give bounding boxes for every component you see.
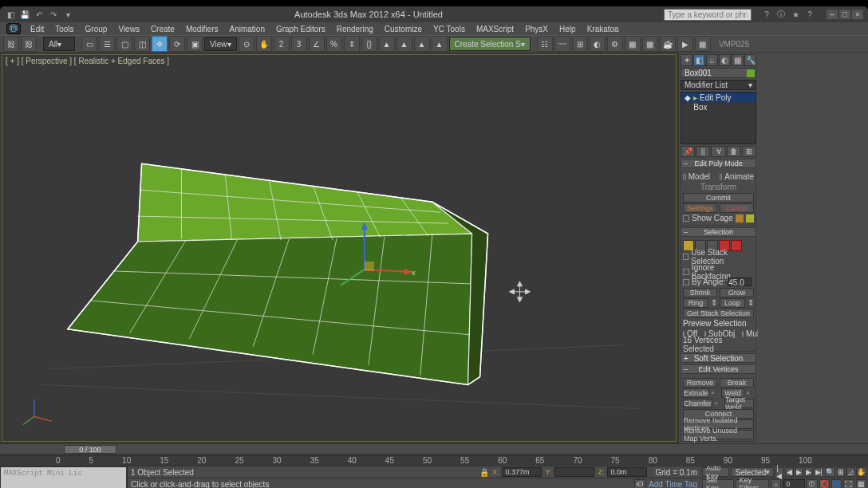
set-key-button[interactable]: Set Key bbox=[702, 479, 734, 488]
nav-pan-icon[interactable]: ✋ bbox=[856, 467, 866, 477]
menu-krakatoa[interactable]: Krakatoa bbox=[582, 25, 624, 33]
rollout-soft-selection[interactable]: +Soft Selection bbox=[681, 353, 756, 363]
target-weld-button[interactable]: Target Weld bbox=[724, 399, 754, 408]
render-last-icon[interactable]: ▶ bbox=[677, 36, 693, 52]
undo-icon[interactable]: ↶ bbox=[34, 9, 45, 20]
remove-mod-icon[interactable]: 🗑 bbox=[727, 146, 741, 157]
settings-button[interactable]: Settings bbox=[683, 203, 717, 213]
menu-maxscript[interactable]: MAXScript bbox=[471, 25, 519, 33]
show-end-icon[interactable]: || bbox=[696, 146, 710, 157]
help2-icon[interactable]: ? bbox=[804, 9, 815, 20]
break-button[interactable]: Break bbox=[720, 378, 754, 388]
check-use-stack[interactable] bbox=[683, 254, 688, 260]
maximize-button[interactable]: □ bbox=[839, 10, 850, 19]
rollout-edit-vertices[interactable]: Edit Vertices bbox=[681, 364, 756, 374]
menu-help[interactable]: Help bbox=[554, 25, 581, 33]
time-ruler[interactable]: 0510152025303540455055606570758085909510… bbox=[0, 455, 868, 466]
maxscript-listener[interactable]: MAXScript Mini Lis bbox=[0, 466, 127, 488]
grow-button[interactable]: Grow bbox=[720, 288, 754, 297]
rollout-selection[interactable]: Selection bbox=[681, 227, 756, 237]
nav-fov-icon[interactable]: ◿ bbox=[846, 467, 854, 477]
menu-yctools[interactable]: YC Tools bbox=[428, 25, 470, 33]
spinner-snap-icon[interactable]: ⇕ bbox=[344, 36, 360, 52]
menu-tools[interactable]: Tools bbox=[50, 25, 78, 33]
move-tool-icon[interactable]: ✥ bbox=[152, 36, 168, 52]
angle-snap-icon[interactable]: ∠ bbox=[309, 36, 325, 52]
menu-animation[interactable]: Animation bbox=[224, 25, 269, 33]
named-sel-icon[interactable]: {} bbox=[361, 36, 377, 52]
help-icon[interactable]: ? bbox=[761, 9, 772, 20]
render-icon[interactable]: ☕ bbox=[660, 36, 676, 52]
current-frame-input[interactable] bbox=[783, 479, 805, 488]
modifier-list-dropdown[interactable]: Modifier List▾ bbox=[681, 80, 756, 90]
make-unique-icon[interactable]: ∀ bbox=[711, 146, 725, 157]
rollout-edit-poly-mode[interactable]: Edit Poly Mode bbox=[681, 159, 756, 168]
snap-3d-icon[interactable]: 3 bbox=[291, 36, 307, 52]
mirror-icon[interactable]: ▲ bbox=[379, 36, 395, 52]
loop-button[interactable]: Loop bbox=[720, 298, 745, 308]
object-color-swatch[interactable] bbox=[747, 69, 755, 77]
window-crossing-icon[interactable]: ◫ bbox=[134, 36, 150, 52]
commit-button[interactable]: Commit bbox=[683, 193, 754, 203]
align-icon[interactable]: ▲ bbox=[397, 36, 412, 52]
time-config-icon[interactable]: ⏱ bbox=[807, 479, 817, 488]
radio-animate[interactable] bbox=[720, 174, 723, 180]
tool-icon[interactable]: ▦ bbox=[695, 36, 711, 52]
rect-select-icon[interactable]: ▢ bbox=[116, 36, 132, 52]
add-time-tag[interactable]: Add Time Tag bbox=[649, 480, 697, 489]
close-button[interactable]: × bbox=[852, 10, 863, 19]
radio-model[interactable] bbox=[683, 174, 686, 180]
ref-coord-dropdown[interactable]: View ▾ bbox=[204, 37, 237, 51]
coord-y-input[interactable] bbox=[554, 467, 594, 477]
lock-icon[interactable]: 🔒 bbox=[479, 468, 489, 477]
key-filters-button[interactable]: Key Filters... bbox=[736, 479, 769, 488]
radio-subobj[interactable] bbox=[704, 331, 706, 337]
hierarchy-tab-icon[interactable]: ⌂ bbox=[706, 54, 718, 66]
menu-edit[interactable]: Edit bbox=[26, 25, 49, 33]
render-frame-icon[interactable]: ▦ bbox=[625, 36, 641, 52]
pivot-icon[interactable]: ⊙ bbox=[239, 36, 254, 52]
info-icon[interactable]: ⓘ bbox=[775, 9, 787, 20]
rotate-tool-icon[interactable]: ⟳ bbox=[169, 36, 185, 52]
check-by-angle[interactable] bbox=[683, 279, 689, 285]
goto-end-icon[interactable]: ▶| bbox=[815, 467, 823, 477]
goto-start-icon[interactable]: |◀ bbox=[775, 467, 783, 477]
display-tab-icon[interactable]: ▦ bbox=[732, 54, 744, 66]
stack-edit-poly[interactable]: ◆ ▸ Edit Poly bbox=[681, 92, 756, 102]
nav-extra-icon[interactable]: ▦ bbox=[856, 479, 866, 488]
coord-z-input[interactable] bbox=[607, 467, 647, 477]
nav-walk-icon[interactable]: 👣 bbox=[831, 479, 842, 488]
nav-zoomall-icon[interactable]: ⊞ bbox=[837, 467, 845, 477]
configure-icon[interactable]: ⊞ bbox=[742, 146, 756, 157]
menu-grapheditors[interactable]: Graph Editors bbox=[271, 25, 330, 33]
select-name-icon[interactable]: ☰ bbox=[99, 36, 115, 52]
time-tag-icon[interactable]: 🏷 bbox=[634, 479, 645, 488]
nav-orbit-icon[interactable]: ⭕ bbox=[819, 479, 830, 488]
max-app-icon[interactable]: ⓜ bbox=[6, 23, 21, 34]
select-icon[interactable]: ▭ bbox=[81, 36, 97, 52]
menu-physx[interactable]: PhysX bbox=[520, 25, 553, 33]
create-tab-icon[interactable]: ✦ bbox=[681, 54, 692, 66]
minimize-button[interactable]: ‒ bbox=[827, 10, 838, 19]
chamfer-button[interactable]: Chamfer bbox=[683, 399, 712, 408]
snap-2d-icon[interactable]: 2 bbox=[274, 36, 290, 52]
curve-editor-icon[interactable]: 〰 bbox=[554, 36, 570, 52]
time-slider-handle[interactable]: 0 / 100 bbox=[64, 445, 116, 454]
cancel-button[interactable]: Cancel bbox=[720, 203, 754, 213]
utilities-tab-icon[interactable]: 🔧 bbox=[744, 54, 756, 66]
save-icon[interactable]: 💾 bbox=[19, 9, 30, 20]
shrink-button[interactable]: Shrink bbox=[683, 288, 717, 297]
time-slider-bar[interactable]: 0 / 100 bbox=[0, 443, 868, 455]
quick-align-icon[interactable]: ▲ bbox=[414, 36, 430, 52]
coord-x-input[interactable] bbox=[502, 467, 542, 477]
nav-zoom-icon[interactable]: 🔍 bbox=[825, 467, 835, 477]
redo-icon[interactable]: ↷ bbox=[48, 9, 59, 20]
selection-set-dropdown[interactable]: Create Selection S ▾ bbox=[449, 37, 531, 51]
filter-all-dropdown[interactable]: All ▾ bbox=[43, 37, 75, 51]
next-frame-icon[interactable]: ▶ bbox=[805, 467, 813, 477]
get-stack-sel-button[interactable]: Get Stack Selection bbox=[683, 309, 754, 318]
schematic-icon[interactable]: ⊞ bbox=[572, 36, 588, 52]
menu-modifiers[interactable]: Modifiers bbox=[181, 25, 223, 33]
object-name-field[interactable]: Box001 bbox=[681, 68, 756, 78]
chevron-down-icon[interactable]: ▾ bbox=[62, 9, 73, 20]
